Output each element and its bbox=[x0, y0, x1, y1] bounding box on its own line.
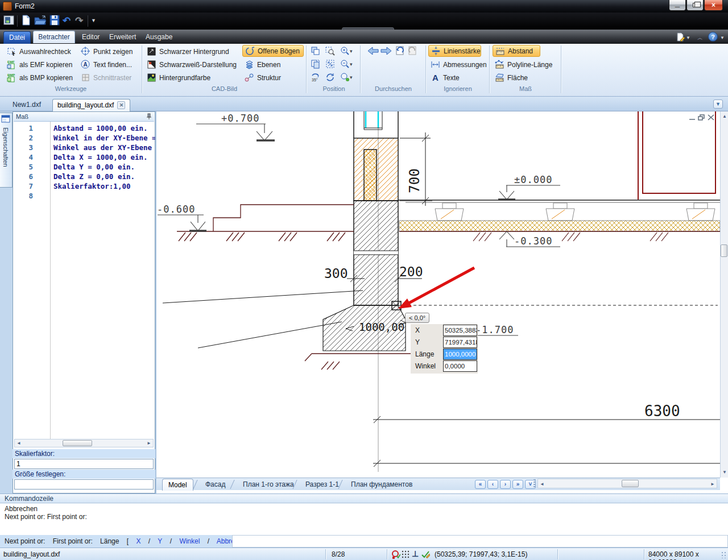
save-icon[interactable] bbox=[49, 15, 60, 26]
customize-icon[interactable] bbox=[676, 32, 685, 42]
tab-next-button[interactable]: › bbox=[500, 480, 511, 489]
tab-prev-button[interactable]: ‹ bbox=[487, 480, 498, 489]
draw-mode-icon[interactable] bbox=[421, 550, 430, 559]
grid-icon[interactable] bbox=[402, 550, 410, 558]
copy-as-bmp-button[interactable]: BMP als BMP kopieren bbox=[7, 72, 73, 84]
preview-image-icon[interactable] bbox=[3, 15, 15, 26]
structure-icon bbox=[245, 73, 254, 82]
doctab-close-icon[interactable]: ✕ bbox=[117, 101, 125, 109]
scroll-right-icon[interactable]: ► bbox=[147, 439, 151, 447]
zoom-out-button[interactable]: ▾ bbox=[340, 59, 353, 69]
zoom-window-button[interactable] bbox=[325, 46, 335, 57]
command-input[interactable] bbox=[232, 535, 728, 547]
next-view-button[interactable] bbox=[407, 45, 418, 58]
layout-tab-model[interactable]: Model bbox=[162, 479, 193, 491]
set-size-input[interactable] bbox=[14, 479, 154, 490]
tab-ausgabe[interactable]: Ausgabe bbox=[141, 31, 173, 44]
doctab-new1[interactable]: New1.dxf bbox=[8, 99, 46, 111]
prompt-option-y[interactable]: Y bbox=[158, 537, 162, 545]
prompt-option-winkel[interactable]: Winkel bbox=[179, 537, 200, 545]
scroll-left-icon[interactable]: ◄ bbox=[540, 480, 544, 488]
show-point-button[interactable]: Punkt zeigen bbox=[81, 45, 133, 57]
previous-view-button[interactable] bbox=[395, 45, 406, 58]
ignore-texts-button[interactable]: A Texte bbox=[431, 72, 460, 84]
y-input[interactable]: 71997,4318 bbox=[443, 337, 477, 348]
customize-chevron-icon[interactable]: ▼ bbox=[686, 35, 690, 40]
restore-button[interactable] bbox=[686, 0, 704, 11]
new-document-icon[interactable] bbox=[21, 15, 31, 26]
copy-as-emf-button[interactable]: EMF als EMF kopieren bbox=[7, 59, 72, 70]
scrollbar-thumb[interactable] bbox=[63, 440, 92, 446]
find-text-button[interactable]: A Text finden... bbox=[81, 59, 132, 70]
scroll-up-icon[interactable]: ▲ bbox=[722, 113, 727, 120]
tab-erweitert[interactable]: Erweitert bbox=[105, 31, 139, 44]
pan-view-button[interactable] bbox=[311, 46, 320, 57]
scroll-left-icon[interactable]: ◄ bbox=[16, 439, 21, 447]
prompt-option-x[interactable]: X bbox=[136, 537, 141, 545]
structure-button[interactable]: Struktur bbox=[245, 72, 281, 84]
background-color-button[interactable]: Hintergrundfarbe bbox=[147, 72, 210, 84]
tab-last-button[interactable]: » bbox=[512, 480, 523, 489]
refresh-view-button[interactable] bbox=[325, 72, 335, 84]
layout-tab-fasad[interactable]: Фасад bbox=[200, 479, 231, 491]
angle-input[interactable]: 0,0000 bbox=[443, 360, 477, 372]
open-arcs-button[interactable]: Offene Bögen bbox=[242, 45, 304, 57]
mdi-controls[interactable] bbox=[689, 115, 714, 120]
zoom-selected-button[interactable]: ▾ bbox=[340, 72, 353, 82]
browse-forward-button[interactable] bbox=[380, 46, 392, 57]
help-chevron-icon[interactable]: ▼ bbox=[720, 35, 725, 40]
scale-factor-input[interactable] bbox=[14, 459, 154, 469]
rotate-view-button[interactable]: 35° bbox=[311, 72, 320, 84]
scroll-right-icon[interactable]: ► bbox=[710, 480, 715, 488]
collapse-ribbon-icon[interactable]: ︿ bbox=[697, 34, 703, 42]
canvas-vertical-scrollbar[interactable]: ▲ ▼ bbox=[720, 111, 728, 478]
command-line-header[interactable]: Kommandozeile bbox=[0, 493, 728, 503]
layout-tab-plan1[interactable]: План 1-го этажа bbox=[237, 479, 300, 491]
ignore-dimensions-button[interactable]: Abmessungen bbox=[431, 59, 487, 70]
tab-first-button[interactable]: « bbox=[475, 480, 486, 489]
sidebar-tab-eigenschaften[interactable]: Eigenschaften bbox=[0, 113, 13, 188]
panel-horizontal-scrollbar[interactable]: ◄ ► bbox=[14, 439, 154, 447]
scroll-down-icon[interactable]: ▼ bbox=[722, 468, 727, 476]
layout-tab-fundament[interactable]: План фундаментов bbox=[345, 479, 418, 491]
ignore-lineweight-button[interactable]: Linienstärke bbox=[428, 45, 481, 57]
tab-betrachter[interactable]: Betrachter bbox=[33, 31, 75, 43]
browse-back-button[interactable] bbox=[367, 46, 379, 57]
tab-editor[interactable]: Editor bbox=[77, 31, 102, 44]
scrollbar-thumb[interactable] bbox=[622, 480, 639, 487]
copy-view-button[interactable] bbox=[311, 59, 320, 70]
polyline-length-icon bbox=[495, 60, 504, 69]
length-input[interactable]: 1000,0000 bbox=[443, 349, 477, 360]
open-folder-icon[interactable] bbox=[34, 15, 47, 26]
pin-icon[interactable] bbox=[146, 113, 152, 120]
undo-icon[interactable]: ↶ bbox=[63, 16, 71, 26]
measure-area-button[interactable]: Fläche bbox=[495, 72, 528, 84]
floor-support-pads bbox=[435, 203, 715, 221]
x-input[interactable]: 50325,3883 bbox=[443, 325, 477, 336]
zoom-extents-button[interactable] bbox=[325, 59, 335, 70]
measure-distance-button[interactable]: Abstand bbox=[493, 45, 540, 57]
doctab-building-layout[interactable]: building_layout.dxf ✕ bbox=[52, 99, 130, 111]
close-button[interactable]: × bbox=[704, 0, 723, 11]
select-rectangle-button[interactable]: Auswahlrechteck bbox=[7, 45, 71, 57]
snap-icon[interactable] bbox=[391, 550, 400, 559]
measure-polyline-button[interactable]: Polyline-Länge bbox=[495, 59, 552, 70]
canvas-horizontal-scrollbar[interactable]: ◄ ► bbox=[537, 479, 717, 488]
help-icon[interactable]: ? bbox=[708, 32, 718, 42]
section-grid-button[interactable]: Schnittraster bbox=[81, 72, 131, 84]
zoom-in-button[interactable]: ▾ bbox=[340, 46, 353, 56]
minimize-button[interactable]: ─ bbox=[669, 0, 686, 11]
scrollbar-thumb[interactable] bbox=[721, 244, 727, 257]
x-label: X bbox=[415, 326, 420, 334]
ortho-icon[interactable]: ⊥ bbox=[412, 549, 419, 558]
toolbar-options-chevron-icon[interactable]: ▼ bbox=[91, 18, 96, 23]
cad-canvas[interactable]: +0.700 -0.600 ±0.000 -0.300 -1.700 700 3… bbox=[156, 111, 720, 478]
bw-display-button[interactable]: Schwarzweiß-Darstellung bbox=[147, 59, 237, 70]
redo-icon[interactable]: ↷ bbox=[75, 16, 83, 26]
layers-button[interactable]: Ebenen bbox=[245, 59, 280, 70]
resize-grip[interactable] bbox=[721, 551, 727, 558]
tab-datei[interactable]: Datei bbox=[3, 31, 31, 44]
black-background-button[interactable]: Schwarzer Hintergrund bbox=[147, 45, 229, 57]
svg-text:A: A bbox=[432, 73, 439, 82]
tabbar-collapse-chevron-icon[interactable]: ▼ bbox=[713, 99, 723, 109]
